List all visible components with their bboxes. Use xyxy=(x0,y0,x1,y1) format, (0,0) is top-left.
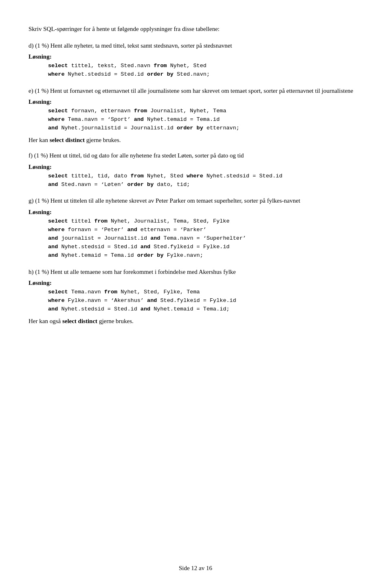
keyword: select xyxy=(48,108,68,114)
section-f: f) (1 %) Hent ut tittel, tid og dato for… xyxy=(29,151,362,189)
section-e-header: e) (1 %) Hent ut fornavnet og etternavne… xyxy=(29,86,362,96)
section-f-losning: Løsning: xyxy=(29,164,362,170)
keyword: from xyxy=(131,173,144,179)
keyword: and xyxy=(48,125,58,131)
code-line: where Nyhet.stedsid = Sted.id order by S… xyxy=(48,70,362,79)
note-bold: select distinct xyxy=(50,137,85,143)
section-d-code: select tittel, tekst, Sted.navn from Nyh… xyxy=(48,62,362,79)
keyword: and xyxy=(127,227,137,233)
section-h-losning: Løsning: xyxy=(29,280,362,286)
section-e-code: select fornavn, etternavn from Journalis… xyxy=(48,107,362,133)
section-e-losning: Løsning: xyxy=(29,98,362,105)
section-e-note: Her kan select distinct gjerne brukes. xyxy=(29,137,362,144)
keyword: select xyxy=(48,173,68,179)
code-line: and Nyhet.journalistid = Journalist.id o… xyxy=(48,124,362,133)
section-g: g) (1 %) Hent ut tittelen til alle nyhet… xyxy=(29,196,362,260)
keyword: from xyxy=(134,108,147,114)
code-line: select Tema.navn from Nyhet, Sted, Fylke… xyxy=(48,288,362,297)
page: Skriv SQL-spørringer for å hente ut følg… xyxy=(0,0,391,588)
section-f-header: f) (1 %) Hent ut tittel, tid og dato for… xyxy=(29,151,362,160)
section-g-header: g) (1 %) Hent ut tittelen til alle nyhet… xyxy=(29,196,362,205)
code-line: and Sted.navn = ‘Løten’ order by dato, t… xyxy=(48,181,362,189)
keyword: and xyxy=(134,116,144,122)
code-line: select tittel, tid, dato from Nyhet, Ste… xyxy=(48,172,362,181)
section-d: d) (1 %) Hent alle nyheter, ta med titte… xyxy=(29,41,362,79)
code-line: where Tema.navn = ‘Sport’ and Nyhet.tema… xyxy=(48,116,362,124)
keyword: and xyxy=(48,181,58,188)
keyword: where xyxy=(48,227,65,233)
keyword: order by xyxy=(177,125,203,131)
code-line: where Fylke.navn = ‘Akershus’ and Sted.f… xyxy=(48,297,362,305)
page-footer: Side 12 av 16 xyxy=(0,565,391,572)
keyword: from xyxy=(154,63,167,69)
code-line: and journalist = Journalist.id and Tema.… xyxy=(48,234,362,243)
keyword: where xyxy=(187,173,203,179)
keyword: order by xyxy=(127,181,154,188)
section-h-code: select Tema.navn from Nyhet, Sted, Fylke… xyxy=(48,288,362,314)
code-line: and Nyhet.stedsid = Sted.id and Nyhet.te… xyxy=(48,305,362,314)
code-line: select fornavn, etternavn from Journalis… xyxy=(48,107,362,116)
code-line: select tittel, tekst, Sted.navn from Nyh… xyxy=(48,62,362,70)
keyword: and xyxy=(141,306,150,312)
page-number: Side 12 av 16 xyxy=(179,565,212,571)
keyword: select xyxy=(48,63,68,69)
keyword: where xyxy=(48,71,65,77)
keyword: and xyxy=(48,235,58,241)
code-line: where fornavn = ‘Peter’ and etternavn = … xyxy=(48,226,362,234)
section-d-losning: Løsning: xyxy=(29,53,362,60)
keyword: where xyxy=(48,297,65,304)
section-g-code: select tittel from Nyhet, Journalist, Te… xyxy=(48,217,362,260)
keyword: and xyxy=(150,235,160,241)
keyword: from xyxy=(94,218,107,224)
intro-text: Skriv SQL-spørringer for å hente ut følg… xyxy=(29,24,362,34)
section-h-header: h) (1 %) Hent ut alle temaene som har fo… xyxy=(29,267,362,277)
keyword: order by xyxy=(137,252,164,258)
keyword: where xyxy=(48,116,65,122)
keyword: order by xyxy=(147,71,174,77)
keyword: and xyxy=(48,306,58,312)
section-h-note: Her kan også select distinct gjerne bruk… xyxy=(29,318,362,325)
section-h: h) (1 %) Hent ut alle temaene som har fo… xyxy=(29,267,362,325)
section-g-losning: Løsning: xyxy=(29,209,362,216)
keyword: select xyxy=(48,218,68,224)
section-e: e) (1 %) Hent ut fornavnet og etternavne… xyxy=(29,86,362,144)
intro-section: Skriv SQL-spørringer for å hente ut følg… xyxy=(29,24,362,34)
section-f-code: select tittel, tid, dato from Nyhet, Ste… xyxy=(48,172,362,189)
keyword: and xyxy=(141,244,150,250)
keyword: and xyxy=(48,252,58,258)
section-d-header: d) (1 %) Hent alle nyheter, ta med titte… xyxy=(29,41,362,50)
keyword: and xyxy=(147,297,157,304)
code-line: and Nyhet.temaid = Tema.id order by Fylk… xyxy=(48,251,362,260)
code-line: and Nyhet.stedsid = Sted.id and Sted.fyl… xyxy=(48,243,362,251)
note-bold: select distinct xyxy=(62,318,97,324)
keyword: from xyxy=(104,289,117,295)
keyword: and xyxy=(48,244,58,250)
code-line: select tittel from Nyhet, Journalist, Te… xyxy=(48,217,362,226)
keyword: select xyxy=(48,289,68,295)
